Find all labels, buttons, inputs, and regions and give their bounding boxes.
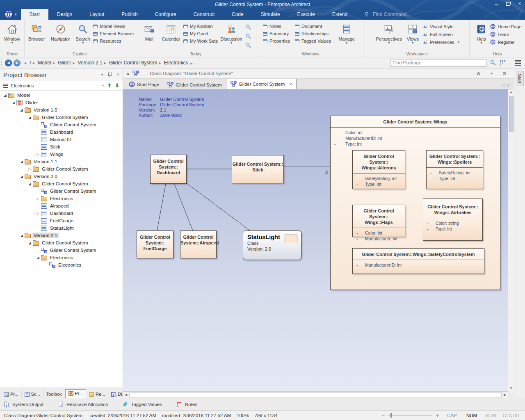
minimize-button[interactable]	[494, 1, 500, 6]
tab-start-page[interactable]: Start Page	[125, 80, 163, 89]
breadcrumb-item[interactable]: Model	[32, 60, 52, 66]
ribbon-item[interactable]: Full Screen	[422, 32, 459, 37]
tree-item[interactable]: Airspeed	[0, 202, 123, 210]
scroll-right-icon[interactable]: ▶	[502, 392, 508, 398]
tree-expander-icon[interactable]	[19, 175, 24, 178]
zoom-out-button[interactable]: −	[379, 412, 388, 418]
ribbon-item[interactable]: Resources	[93, 39, 134, 43]
tab-scroll-left-icon[interactable]: ◁	[502, 83, 505, 87]
browser-bottom-tab[interactable]: Re...	[86, 390, 108, 398]
diagram-close-icon[interactable]: ✕	[502, 71, 507, 76]
search-icon[interactable]	[490, 59, 496, 66]
ribbon-item[interactable]: Relationships	[295, 31, 331, 36]
tree-item[interactable]: Glider Control System	[0, 121, 123, 128]
class-flaps[interactable]: Glider Control System::Wings::Flaps Colo…	[352, 205, 405, 237]
tree-item[interactable]: Version 2.1	[0, 232, 123, 239]
panel-menu-caret-icon[interactable]: ▾	[101, 73, 103, 77]
ribbon-tab-design[interactable]: Design	[48, 9, 81, 20]
search-button[interactable]: Search ▾	[73, 21, 93, 45]
dock-tab[interactable]: Resource Allocation	[57, 401, 108, 408]
tree-expander-icon[interactable]	[27, 241, 32, 245]
browser-bottom-tab[interactable]: Pr...	[65, 389, 87, 398]
tree-item[interactable]: Glider	[0, 99, 123, 106]
tree-item[interactable]: Electronics	[0, 195, 123, 202]
tree-expander-icon[interactable]	[19, 108, 24, 112]
tab-glider-control-system-1[interactable]: Glider Control System	[163, 80, 226, 89]
ribbon-item[interactable]: Register	[490, 39, 521, 45]
views-button[interactable]: Views ▾	[404, 21, 422, 45]
titlebar[interactable]: Glider Control System - Enterprise Archi…	[0, 0, 525, 9]
mail-button[interactable]: Mail	[140, 21, 159, 41]
ribbon-item[interactable]: Preferences	[422, 39, 459, 45]
ribbon-item[interactable]: Model Views	[93, 24, 134, 29]
ribbon-tab-publish[interactable]: Publish	[113, 9, 146, 20]
ribbon-tab-construct[interactable]: Construct	[185, 9, 223, 20]
tree-expander-icon[interactable]	[27, 182, 32, 186]
ribbon-item[interactable]: My Gantt	[183, 31, 218, 36]
tree-item[interactable]: Version 1.0	[0, 106, 123, 114]
move-up-icon[interactable]: ⬆	[107, 83, 112, 88]
app-menu-button[interactable]: ▾	[0, 9, 21, 20]
tree-expander-icon[interactable]	[35, 197, 41, 201]
context-caret-icon[interactable]: ▾	[102, 84, 104, 87]
move-down-icon[interactable]: ⬇	[115, 83, 119, 88]
tree-item[interactable]: Wings	[0, 151, 123, 158]
ribbon-tab-layout[interactable]: Layout	[81, 9, 113, 20]
back-button[interactable]: ◀	[5, 59, 12, 66]
tree-item[interactable]: Glider Control System	[0, 114, 123, 121]
ribbon-item[interactable]: My Kanban	[183, 24, 218, 29]
tree-item[interactable]: Glider Control System	[0, 239, 123, 247]
class-ailerons[interactable]: Glider Control System::Wings::Ailerons S…	[352, 150, 405, 189]
tree-expander-icon[interactable]	[11, 101, 16, 105]
help-button[interactable]: Help ▾	[473, 21, 489, 45]
class-wings[interactable]: Glider Control System::Wings Color: intM…	[330, 116, 500, 290]
breadcrumb-item[interactable]: Glider Control System	[103, 60, 158, 66]
navigator-button[interactable]: Navigator	[48, 21, 72, 41]
breadcrumb-item[interactable]: /	[24, 60, 32, 66]
tree-expander-icon[interactable]	[19, 160, 24, 164]
double-chevron-up-icon[interactable]	[476, 71, 481, 76]
browser-bottom-tab[interactable]: Pr...	[1, 390, 22, 398]
class-spoilers[interactable]: Glider Control System::Wings::Spoilers S…	[426, 150, 483, 189]
tree-item[interactable]: Dashboard	[0, 128, 123, 136]
dock-tab[interactable]: Notes	[176, 401, 197, 408]
class-airspeed[interactable]: Glider ControlSystem::Airspeed	[180, 231, 217, 258]
docked-start-tab[interactable]: Start	[516, 71, 524, 86]
tree-expander-icon[interactable]	[35, 153, 41, 156]
tree-item[interactable]: FuelGuage	[0, 217, 123, 224]
ribbon-tab-extend[interactable]: Extend	[324, 9, 356, 20]
tree-item[interactable]: Electronics	[0, 254, 123, 261]
pin-icon[interactable]	[108, 73, 112, 77]
tree-item[interactable]: Glider Control System	[0, 187, 123, 195]
ribbon-item[interactable]: Visual Style	[422, 24, 459, 29]
tree-expander-icon[interactable]	[19, 234, 24, 237]
tree-expander-icon[interactable]	[35, 256, 41, 260]
tab-scroll-right-icon[interactable]: ▷	[507, 83, 511, 87]
browser-bottom-tab[interactable]: Sc...	[22, 390, 43, 398]
breadcrumb-item[interactable]: Version 2.1	[72, 60, 103, 66]
class-statuslight[interactable]: StatusLight Class Version: 2.0	[243, 231, 301, 260]
zoom-in-button[interactable]: +	[432, 412, 442, 418]
dock-tab[interactable]: Tagged Values	[122, 401, 162, 408]
browser-search-button[interactable]	[245, 42, 251, 48]
tree-item[interactable]: Version 1.1	[0, 158, 123, 165]
collapse-chevrons-icon[interactable]: »	[126, 71, 129, 77]
vertical-scrollbar[interactable]: ▲ ▼	[508, 89, 514, 391]
tab-close-icon[interactable]: ×	[289, 82, 292, 87]
ribbon-item[interactable]: Document	[295, 24, 331, 29]
dock-tab[interactable]: System Output	[3, 401, 43, 408]
class-dashboard[interactable]: Glider ControlSystem::Dashboard	[150, 155, 187, 184]
class-safetycontrolsystem[interactable]: Glider Control System::Wings::SafetyCont…	[352, 248, 484, 274]
tree-item[interactable]: Glider Control System	[0, 247, 123, 254]
browser-bottom-tab[interactable]: Toolbox	[43, 390, 65, 398]
ribbon-item[interactable]: Tagged Values	[295, 39, 331, 43]
ribbon-tab-execute[interactable]: Execute	[288, 9, 323, 20]
tree-item[interactable]: Glider Control System	[0, 180, 123, 187]
tab-glider-control-system-2[interactable]: Glider Control System ×	[226, 79, 297, 89]
zoom-slider-thumb[interactable]	[390, 413, 392, 418]
manage-button[interactable]: Manage ▾	[335, 21, 358, 45]
restore-button[interactable]	[505, 1, 511, 6]
tree-item[interactable]: Stick	[0, 143, 123, 151]
tree-expander-icon[interactable]	[27, 116, 32, 119]
ribbon-item[interactable]: Learn	[490, 32, 521, 37]
